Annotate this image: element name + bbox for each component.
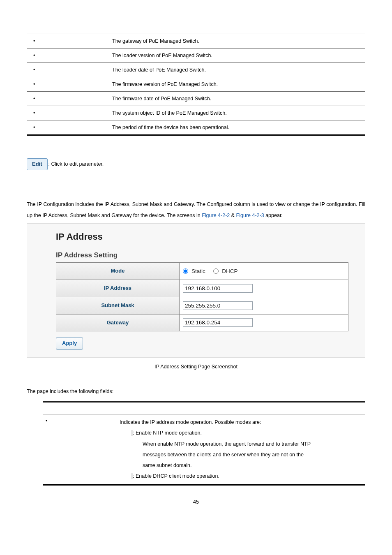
desc-line: Indicates the IP address mode operation.… <box>120 417 363 428</box>
button-description: Edit: Click to edit parameter. <box>27 158 365 170</box>
table-row <box>27 63 109 77</box>
table-cell: The firmware version of PoE Managed Swit… <box>109 77 365 92</box>
table-row <box>27 92 109 106</box>
ip-address-input[interactable] <box>183 284 253 293</box>
paragraph-text: The IP Configuration includes the IP Add… <box>27 201 365 219</box>
paragraph-text: & <box>230 213 236 218</box>
mode-dhcp-radio[interactable] <box>213 268 219 274</box>
ip-settings-grid: Mode Static DHCP IP Address Subnet Mask … <box>56 262 348 331</box>
edit-button-desc: : Click to edit parameter. <box>48 161 104 167</box>
desc-line: When enable NTP mode operation, the agen… <box>120 439 363 449</box>
table-row <box>27 77 109 92</box>
table-row <box>27 106 109 120</box>
desc-line: : Enable NTP mode operation. <box>133 430 202 436</box>
table-cell: The gateway of PoE Managed Switch. <box>109 34 365 49</box>
gateway-input[interactable] <box>183 318 253 327</box>
gateway-label: Gateway <box>56 314 180 331</box>
fields-row-label <box>43 414 117 485</box>
screenshot-caption: IP Address Setting Page Screenshot <box>27 363 365 371</box>
ip-address-label: IP Address <box>56 280 180 297</box>
table-cell: The loader version of PoE Managed Switch… <box>109 49 365 63</box>
subnet-mask-label: Subnet Mask <box>56 297 180 314</box>
fields-header-desc <box>117 402 365 414</box>
table-cell: The system object ID of the PoE Managed … <box>109 106 365 120</box>
desc-line: : Enable DHCP client mode operation. <box>133 473 219 479</box>
edit-button[interactable]: Edit <box>27 158 48 170</box>
mode-static-text: Static <box>191 267 205 276</box>
mode-label: Mode <box>56 263 180 280</box>
ip-address-title: IP Address <box>56 229 348 244</box>
ip-address-screenshot: IP Address IP Address Setting Mode Stati… <box>27 223 365 358</box>
fields-table: Indicates the IP address mode operation.… <box>43 401 365 486</box>
fields-row-desc: Indicates the IP address mode operation.… <box>117 414 365 485</box>
mode-dhcp-text: DHCP <box>222 267 238 276</box>
apply-button[interactable]: Apply <box>56 337 83 350</box>
info-table: The gateway of PoE Managed Switch. The l… <box>27 33 365 136</box>
paragraph-text: appear. <box>264 213 283 218</box>
figure-link-2[interactable]: Figure 4-2-3 <box>236 213 264 218</box>
table-cell: The firmware date of PoE Managed Switch. <box>109 92 365 106</box>
fields-header-object <box>43 402 117 414</box>
desc-line: same subnet domain. <box>120 460 363 471</box>
figure-link-1[interactable]: Figure 4-2-2 <box>202 213 230 218</box>
table-cell: The loader date of PoE Managed Switch. <box>109 63 365 77</box>
fields-intro: The page includes the following fields: <box>27 387 365 395</box>
page-number: 45 <box>27 498 365 506</box>
table-row <box>27 34 109 49</box>
ip-address-subtitle: IP Address Setting <box>56 250 348 262</box>
table-cell: The period of time the device has been o… <box>109 120 365 135</box>
desc-line: messages between the clients and the ser… <box>120 449 363 460</box>
ip-config-paragraph: The IP Configuration includes the IP Add… <box>27 199 365 222</box>
table-row <box>27 120 109 135</box>
mode-static-radio[interactable] <box>183 268 188 274</box>
table-row <box>27 49 109 63</box>
subnet-mask-input[interactable] <box>183 301 253 310</box>
